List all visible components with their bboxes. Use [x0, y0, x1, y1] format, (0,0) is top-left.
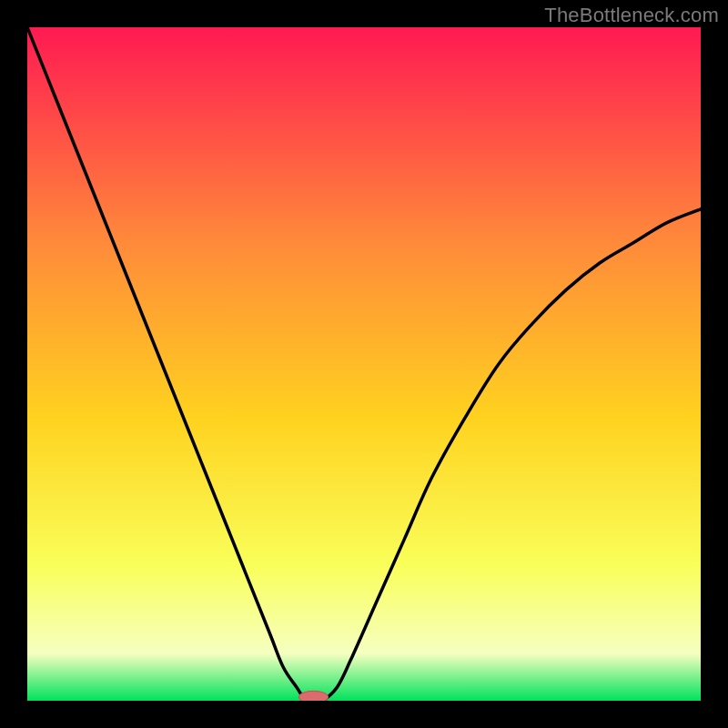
chart-frame: TheBottleneck.com — [0, 0, 728, 728]
gradient-background — [27, 27, 701, 701]
minimum-marker — [298, 691, 329, 701]
chart-svg — [27, 27, 701, 701]
plot-area — [27, 27, 701, 701]
watermark-text: TheBottleneck.com — [544, 4, 719, 27]
